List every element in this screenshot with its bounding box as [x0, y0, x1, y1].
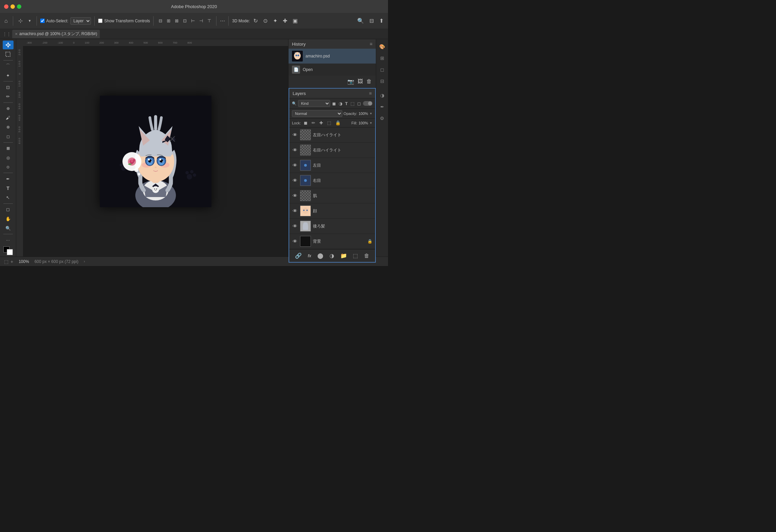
tool-clone[interactable]: ⊗ [3, 123, 14, 131]
layer-item[interactable]: 👁 右目 [289, 173, 375, 188]
move-tool-dropdown[interactable]: ▼ [26, 18, 33, 24]
align-left-icon[interactable]: ⊟ [157, 17, 164, 25]
layer-item[interactable]: 👁 右目ハイライト [289, 143, 375, 158]
filter-adjustment-icon[interactable]: ◑ [338, 100, 343, 107]
strip-channels-icon[interactable]: ⊟ [378, 76, 387, 86]
history-menu-icon[interactable]: ≡ [370, 41, 372, 47]
tab-close-button[interactable]: ✕ [15, 32, 18, 36]
filter-type-icon[interactable]: T [344, 100, 348, 107]
history-open-item[interactable]: 📄 Open [289, 64, 376, 76]
layer-visibility-icon[interactable]: 👁 [292, 239, 298, 244]
layer-visibility-icon[interactable]: 👁 [292, 132, 298, 138]
tool-eyedropper[interactable]: ✏ [3, 92, 14, 101]
tool-gradient[interactable]: ▦ [3, 144, 14, 153]
layer-visibility-icon[interactable]: 👁 [292, 193, 298, 198]
layer-adjustment-button[interactable]: ◑ [328, 251, 336, 260]
align-right-icon[interactable]: ⊠ [173, 17, 180, 25]
3d-slide-icon[interactable]: ✚ [281, 16, 289, 25]
fg-bg-colors[interactable] [3, 246, 13, 255]
tool-dodge[interactable]: ⊙ [3, 163, 14, 172]
minimize-button[interactable] [10, 4, 15, 9]
fill-dropdown-icon[interactable]: ▼ [369, 121, 372, 125]
search-icon[interactable]: 🔍 [356, 16, 366, 25]
tool-type[interactable]: T [3, 184, 14, 193]
expand-icon[interactable]: ⋮⋮ [3, 32, 11, 37]
align-top-icon[interactable]: ⊡ [181, 17, 188, 25]
layer-group-button[interactable]: 📁 [339, 251, 349, 260]
align-extra-icon[interactable]: ⊤ [206, 17, 213, 25]
fill-value[interactable]: 100% [359, 121, 368, 125]
layer-delete-button[interactable]: 🗑 [362, 252, 371, 260]
filter-shape-icon[interactable]: ⬚ [350, 100, 355, 107]
tool-hand[interactable]: ✋ [3, 215, 14, 223]
layer-item[interactable]: 👁 背景 🔒 [289, 234, 375, 249]
auto-select-dropdown[interactable]: Layer [70, 17, 91, 25]
layer-link-button[interactable]: 🔗 [293, 251, 303, 260]
opacity-value[interactable]: 100% [359, 112, 368, 116]
tool-magic-wand[interactable]: ✦ [3, 71, 14, 80]
layer-mask-button[interactable]: ⬤ [316, 251, 325, 260]
filter-smartobj-icon[interactable]: ◻ [357, 100, 362, 107]
3d-rotate-icon[interactable]: ↻ [252, 16, 259, 25]
share-icon[interactable]: ⬆ [378, 16, 385, 25]
3d-pan-icon[interactable]: ✦ [271, 16, 279, 25]
layer-item[interactable]: 👁 左目 [289, 158, 375, 173]
layer-visibility-icon[interactable]: 👁 [292, 178, 298, 183]
strip-grid-icon[interactable]: ⊞ [378, 53, 387, 63]
3d-scale-icon[interactable]: ▣ [291, 16, 299, 25]
tool-pen[interactable]: ✒ [3, 174, 14, 183]
3d-roll-icon[interactable]: ⊙ [261, 16, 269, 25]
lock-all-icon[interactable]: 🔒 [334, 120, 342, 126]
layer-item[interactable]: 👁 肌 [289, 188, 375, 203]
filter-toggle[interactable] [363, 101, 372, 106]
tool-healing[interactable]: ⊕ [3, 104, 14, 113]
tool-more[interactable]: ··· [3, 236, 14, 244]
strip-paths-icon[interactable]: ✒ [378, 102, 387, 112]
lock-artboard-icon[interactable]: ⬚ [326, 120, 332, 126]
move-tool-icon[interactable]: ⊹ [17, 16, 24, 25]
fit-to-screen-icon[interactable]: ⬚ [4, 259, 8, 264]
close-button[interactable] [4, 4, 8, 9]
lock-position-icon[interactable]: ✚ [318, 120, 324, 126]
tool-zoom[interactable]: 🔍 [3, 224, 14, 233]
zoom-in-icon[interactable]: + [10, 259, 13, 264]
document-tab[interactable]: ✕ amachiro.psd @ 100% (スタンプ, RGB/8#) [12, 30, 100, 38]
home-icon[interactable]: ⌂ [3, 17, 9, 25]
layer-visibility-icon[interactable]: 👁 [292, 223, 298, 229]
tool-eraser[interactable]: ◻ [3, 132, 14, 141]
auto-select-checkbox[interactable] [40, 19, 45, 23]
filter-pixel-icon[interactable]: ◼ [332, 100, 337, 107]
layer-visibility-icon[interactable]: 👁 [292, 147, 298, 153]
arrange-icon[interactable]: ⊟ [368, 16, 375, 25]
maximize-button[interactable] [17, 4, 21, 9]
layers-menu-icon[interactable]: ≡ [369, 91, 372, 96]
align-center-v-icon[interactable]: ⊢ [189, 17, 197, 25]
lock-pixel-icon[interactable]: ◼ [303, 120, 309, 126]
history-snapshot-button[interactable]: 📷 [347, 78, 355, 86]
history-new-doc-button[interactable]: 🖼 [357, 78, 364, 86]
layer-new-button[interactable]: ⬚ [351, 251, 360, 260]
status-arrow-icon[interactable]: › [84, 260, 85, 263]
layer-visibility-icon[interactable]: 👁 [292, 163, 298, 168]
strip-adjustments-icon[interactable]: ◑ [378, 91, 387, 100]
strip-color-icon[interactable]: 🎨 [378, 42, 387, 51]
layer-item[interactable]: 👁 顔 [289, 203, 375, 219]
strip-properties-icon[interactable]: ⚙ [378, 114, 387, 123]
more-options-button[interactable]: ··· [220, 17, 225, 24]
tool-lasso[interactable]: ⌒ [3, 62, 14, 71]
tool-shape[interactable]: ◻ [3, 205, 14, 214]
history-snapshot-item[interactable]: amachiro.psd [289, 49, 376, 64]
align-bottom-icon[interactable]: ⊣ [198, 17, 205, 25]
layer-visibility-icon[interactable]: 👁 [292, 208, 298, 214]
layer-item[interactable]: 👁 左目ハイライト [289, 127, 375, 143]
layer-item[interactable]: 👁 後ろ髪 [289, 219, 375, 234]
strip-layers-icon[interactable]: ◻ [378, 65, 387, 74]
tool-move[interactable] [3, 41, 14, 49]
layer-fx-button[interactable]: fx [306, 252, 313, 259]
lock-paint-icon[interactable]: ✏ [311, 120, 316, 126]
history-delete-button[interactable]: 🗑 [366, 78, 372, 86]
tool-marquee[interactable] [3, 50, 14, 59]
tool-brush[interactable]: 🖌 [3, 114, 14, 122]
tool-path-select[interactable]: ↖ [3, 193, 14, 202]
blend-mode-select[interactable]: Normal [292, 110, 342, 117]
